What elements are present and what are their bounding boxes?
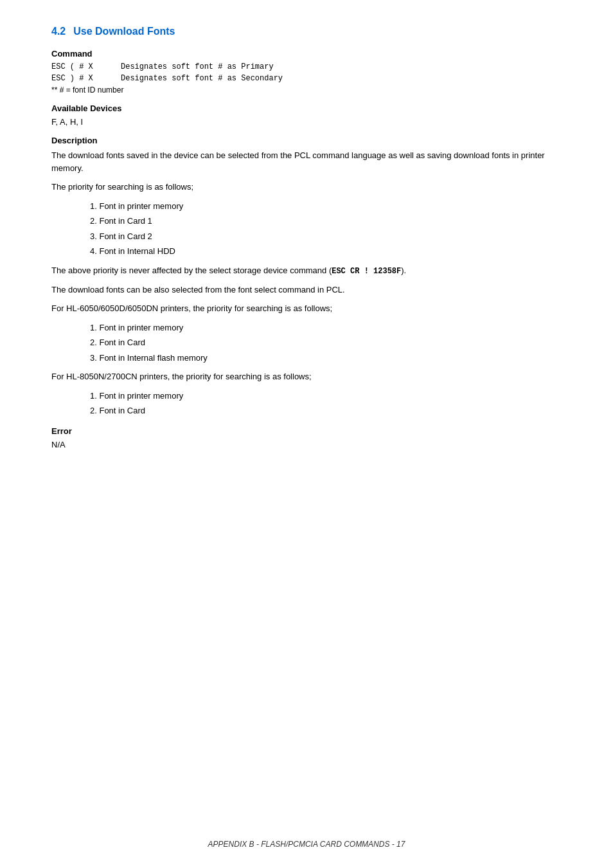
description-label: Description — [51, 136, 562, 145]
list-item: 3. Font in Card 2 — [90, 230, 562, 243]
list-item: 1. Font in printer memory — [90, 321, 562, 334]
above-priority-para: The above priority is never affected by … — [51, 264, 562, 277]
error-value: N/A — [51, 440, 562, 449]
list-item: 1. Font in printer memory — [90, 390, 562, 402]
command-line-2: ESC ) # X Designates soft font # as Seco… — [51, 74, 562, 83]
above-priority-text-after: ). — [401, 266, 406, 275]
priority-list-2: 1. Font in printer memory 2. Font in Car… — [90, 321, 562, 365]
list-item: 1. Font in printer memory — [90, 200, 562, 213]
footnote: ** # = font ID number — [51, 86, 562, 95]
list-item: 2. Font in Card 1 — [90, 215, 562, 228]
command-label: Command — [51, 49, 562, 59]
download-fonts-text: The download fonts can be also selected … — [51, 284, 562, 296]
list-item: 3. Font in Internal flash memory — [90, 352, 562, 365]
description-para-1: The download fonts saved in the device c… — [51, 149, 562, 174]
priority-list-3: 1. Font in printer memory 2. Font in Car… — [90, 390, 562, 417]
description-para-2: The priority for searching is as follows… — [51, 181, 562, 194]
hl8050-text: For HL-8050N/2700CN printers, the priori… — [51, 370, 562, 383]
list-item: 4. Font in Internal HDD — [90, 245, 562, 258]
list-item: 2. Font in Card — [90, 336, 562, 349]
footer: APPENDIX B - FLASH/PCMCIA CARD COMMANDS … — [0, 840, 613, 849]
available-devices-label: Available Devices — [51, 104, 562, 113]
above-priority-text-before: The above priority is never affected by … — [51, 266, 332, 275]
available-devices-value: F, A, H, I — [51, 117, 562, 127]
section-title: Use Download Fonts — [73, 26, 175, 37]
above-priority-code: ESC CR ! 12358F — [332, 267, 401, 276]
hl6050-text: For HL-6050/6050D/6050DN printers, the p… — [51, 302, 562, 315]
priority-list-1: 1. Font in printer memory 2. Font in Car… — [90, 200, 562, 258]
section-number: 4.2 — [51, 26, 66, 37]
section-heading: 4.2 Use Download Fonts — [51, 26, 562, 37]
list-item: 2. Font in Card — [90, 404, 562, 417]
error-label: Error — [51, 426, 562, 436]
command-line-1: ESC ( # X Designates soft font # as Prim… — [51, 62, 562, 71]
